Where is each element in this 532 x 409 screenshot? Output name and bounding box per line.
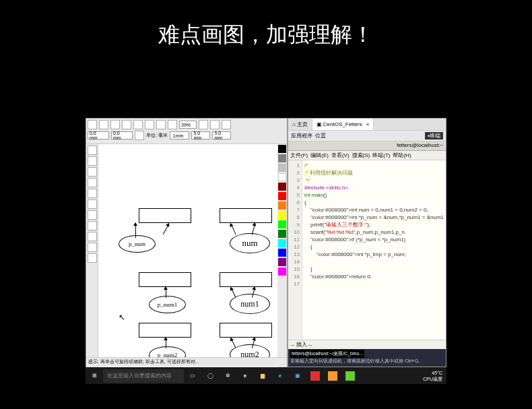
- terminal-taskbar-icon[interactable]: ▪终端: [425, 132, 443, 139]
- unit-label: 单位: 毫米: [146, 132, 168, 139]
- menu-location[interactable]: 位置: [315, 132, 326, 139]
- ellipse-num[interactable]: num: [230, 233, 270, 253]
- app-vmware[interactable]: [324, 367, 341, 384]
- print-icon[interactable]: [122, 120, 131, 129]
- fill-tool-icon[interactable]: [88, 243, 97, 252]
- nudge-input[interactable]: .1mm: [170, 131, 190, 139]
- menu-edit[interactable]: 编辑(E): [310, 152, 329, 159]
- canvas[interactable]: p_num num p_num1 num1 p_num2 num2: [98, 144, 287, 368]
- ellipse-pnum[interactable]: p_num: [119, 235, 156, 253]
- swatch-red[interactable]: [278, 192, 286, 200]
- tab-centos[interactable]: ▣CentOS_Fetters×: [312, 119, 374, 130]
- start-button[interactable]: ⊞: [86, 367, 103, 384]
- app-red[interactable]: [306, 367, 324, 384]
- code-source[interactable]: /* * 利用指针解决问题 */#include <stdio.h>int ma…: [302, 160, 446, 340]
- swatch-white[interactable]: [278, 173, 286, 181]
- swatch-cyan[interactable]: [278, 239, 286, 247]
- zoom-in-icon[interactable]: [199, 120, 208, 129]
- save-icon[interactable]: [110, 120, 120, 129]
- swatch-maroon[interactable]: [278, 183, 286, 191]
- x-pos-input[interactable]: 0.0 mm: [88, 131, 109, 139]
- swatch-orange[interactable]: [278, 201, 286, 210]
- menu-view[interactable]: 查看(V): [331, 152, 350, 159]
- zoom-tool-icon[interactable]: [88, 178, 97, 187]
- code-editor[interactable]: 1234567891011121314151617 /* * 利用指针解决问题 …: [288, 160, 446, 340]
- paste-icon[interactable]: [156, 120, 166, 129]
- rect-pnum[interactable]: [139, 208, 191, 223]
- arrow: [231, 288, 236, 298]
- text-tool-icon[interactable]: [88, 232, 97, 241]
- swatch-purple[interactable]: [278, 258, 286, 266]
- arrow: [166, 338, 166, 348]
- swatch-silver[interactable]: [278, 164, 286, 172]
- outline-tool-icon[interactable]: [88, 253, 97, 263]
- tab-home-label: 主页: [297, 121, 308, 128]
- task-view-button[interactable]: ▭: [184, 367, 201, 384]
- menu-help[interactable]: 帮助(H): [393, 152, 411, 159]
- menu-terminal[interactable]: 终端(T): [372, 152, 390, 159]
- zoom-out-icon[interactable]: [210, 120, 220, 129]
- windows-icon: ⊞: [90, 371, 99, 381]
- vim-status: -- 插入 --: [288, 340, 446, 349]
- arrow: [135, 223, 136, 238]
- taskbar: ⊞ 在这里输入你要搜索的内容 ▭ ◯ ✲ e ▆ e ▣ 45°C CPU温度: [86, 367, 446, 384]
- swatch-green[interactable]: [278, 230, 286, 238]
- menu-search[interactable]: 搜索(S): [352, 152, 370, 159]
- freehand-tool-icon[interactable]: [88, 189, 97, 198]
- lock-icon[interactable]: [135, 131, 144, 140]
- cursor-icon: ↖: [119, 313, 125, 322]
- crop-tool-icon[interactable]: [88, 167, 97, 177]
- margin-x-input[interactable]: 5.0 mm: [191, 131, 210, 139]
- arrow: [166, 287, 166, 298]
- app-edge-old[interactable]: e: [236, 367, 254, 384]
- cut-icon[interactable]: [133, 120, 143, 129]
- app-edge[interactable]: e: [271, 367, 289, 384]
- rect-num1[interactable]: [220, 272, 272, 287]
- app-explorer[interactable]: ▆: [254, 367, 271, 384]
- copy-icon[interactable]: [145, 120, 154, 129]
- margin-y-input[interactable]: 5.0 mm: [212, 131, 231, 139]
- notepad-icon: [345, 371, 355, 381]
- rect-num[interactable]: [220, 208, 272, 223]
- tab-home[interactable]: ⌂主页: [288, 119, 312, 130]
- shape-tool-icon[interactable]: [88, 156, 97, 166]
- pick-tool-icon[interactable]: [88, 146, 97, 155]
- cpu-temp-value: 45°C: [423, 370, 442, 376]
- swatch-lime[interactable]: [278, 220, 286, 228]
- cortana-icon: ◯: [205, 371, 215, 381]
- rect-num2[interactable]: [220, 323, 272, 338]
- y-pos-input[interactable]: 0.0 mm: [111, 131, 133, 139]
- desktop: 39% 0.0 mm 0.0 mm 单位: 毫米 .1mm 5.0 mm 5.0…: [86, 118, 446, 384]
- menu-file[interactable]: 文件(F): [290, 152, 308, 159]
- undo-icon[interactable]: [168, 120, 177, 129]
- rectangle-tool-icon[interactable]: [88, 199, 97, 209]
- coreldraw-window: 39% 0.0 mm 0.0 mm 单位: 毫米 .1mm 5.0 mm 5.0…: [86, 118, 288, 367]
- zoom-select[interactable]: 39%: [179, 121, 197, 129]
- search-input[interactable]: 在这里输入你要搜索的内容: [103, 369, 184, 383]
- vm-icon: ▣: [317, 121, 322, 127]
- swatch-yellow[interactable]: [278, 211, 286, 219]
- app-notepad[interactable]: [341, 367, 359, 384]
- menu-applications[interactable]: 应用程序: [291, 132, 312, 139]
- color-palette[interactable]: [277, 144, 287, 368]
- swatch-gray[interactable]: [278, 154, 286, 162]
- cortana-button[interactable]: ◯: [201, 367, 219, 384]
- system-tray[interactable]: 45°C CPU温度: [419, 370, 446, 382]
- snap-icon[interactable]: [222, 120, 231, 129]
- app-fan[interactable]: ✲: [219, 367, 236, 384]
- swatch-magenta[interactable]: [278, 268, 286, 276]
- ellipse-tool-icon[interactable]: [88, 210, 97, 220]
- app-store[interactable]: ▣: [289, 367, 306, 384]
- fan-icon: ✲: [223, 371, 232, 381]
- new-icon[interactable]: [88, 120, 97, 129]
- tool-palette: [86, 144, 98, 368]
- polygon-tool-icon[interactable]: [88, 221, 97, 230]
- home-icon: ⌂: [292, 121, 296, 127]
- ellipse-pnum1[interactable]: p_num1: [149, 296, 186, 313]
- corel-statusbar: 提示: 再单击可旋转或倾斜; 双击工具, 可选择所有对...: [86, 357, 287, 367]
- swatch-black[interactable]: [278, 145, 286, 153]
- close-icon[interactable]: ×: [366, 121, 370, 127]
- page-title: 难点画图，加强理解！: [0, 0, 532, 63]
- open-icon[interactable]: [99, 120, 108, 129]
- swatch-blue[interactable]: [278, 249, 286, 257]
